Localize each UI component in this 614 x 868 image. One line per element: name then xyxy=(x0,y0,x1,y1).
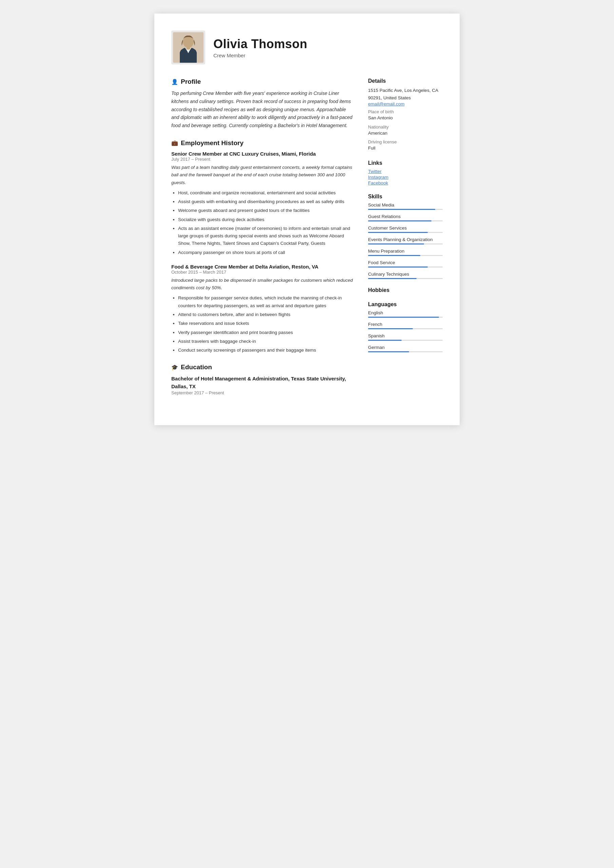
job-dates-1: July 2017 – Present xyxy=(171,157,354,162)
list-item: Assist travelers with baggage check-in xyxy=(178,338,354,345)
job-block-2: Food & Beverage Crew Member at Delta Avi… xyxy=(171,264,354,354)
details-address: 1515 Pacific Ave, Los Angeles, CA 90291,… xyxy=(368,87,443,101)
side-column: Details 1515 Pacific Ave, Los Angeles, C… xyxy=(368,78,443,405)
lang-name-2: Spanish xyxy=(368,333,443,338)
skill-name-5: Food Service xyxy=(368,260,443,265)
education-section-title: 🎓 Education xyxy=(171,363,354,371)
candidate-job-title: Crew Member xyxy=(213,53,307,58)
skill-bar-fill-4 xyxy=(368,255,420,256)
link-facebook[interactable]: Facebook xyxy=(368,180,443,186)
lang-item-2: Spanish xyxy=(368,333,443,341)
list-item: Acts as an assistant emcee (master of ce… xyxy=(178,225,354,248)
resume-container: Olivia Thomson Crew Member 👤 Profile Top… xyxy=(154,14,460,425)
details-section: Details 1515 Pacific Ave, Los Angeles, C… xyxy=(368,78,443,152)
candidate-name: Olivia Thomson xyxy=(213,37,307,51)
edu-degree-1: Bachelor of Hotel Management & Administr… xyxy=(171,375,354,390)
skill-bar-bg-3 xyxy=(368,243,443,245)
skills-section: Skills Social Media Guest Relations Cust… xyxy=(368,194,443,279)
lang-bar-bg-0 xyxy=(368,317,443,318)
employment-section: 💼 Employment History Senior Crew Member … xyxy=(171,140,354,354)
place-of-birth-label: Place of birth xyxy=(368,109,443,114)
lang-name-0: English xyxy=(368,310,443,315)
driving-license: Full xyxy=(368,144,443,152)
lang-bar-bg-1 xyxy=(368,328,443,329)
education-section: 🎓 Education Bachelor of Hotel Management… xyxy=(171,363,354,395)
skill-bar-fill-3 xyxy=(368,243,424,245)
details-email[interactable]: email@email.com xyxy=(368,101,443,107)
skill-name-2: Customer Services xyxy=(368,225,443,231)
skill-item-4: Menu Preparation xyxy=(368,248,443,256)
main-column: 👤 Profile Top perfuming Crew Member with… xyxy=(171,78,354,405)
job-description-2: Introduced large packs to be dispensed i… xyxy=(171,277,354,292)
languages-section: Languages English French Spanish xyxy=(368,301,443,352)
skill-bar-bg-2 xyxy=(368,232,443,233)
languages-title: Languages xyxy=(368,301,443,307)
skills-title: Skills xyxy=(368,194,443,200)
profile-icon: 👤 xyxy=(171,79,178,85)
skill-bar-fill-2 xyxy=(368,232,428,233)
job-list-1: Host, coordinate and organize recreation… xyxy=(178,189,354,256)
lang-item-0: English xyxy=(368,310,443,318)
list-item: Accompany passenger on shore tours at po… xyxy=(178,249,354,256)
skill-item-0: Social Media xyxy=(368,202,443,210)
skill-item-1: Guest Relations xyxy=(368,214,443,222)
lang-bar-bg-2 xyxy=(368,340,443,341)
lang-item-1: French xyxy=(368,322,443,329)
skill-item-2: Customer Services xyxy=(368,225,443,233)
list-item: Host, coordinate and organize recreation… xyxy=(178,189,354,197)
skill-bar-bg-1 xyxy=(368,220,443,222)
skill-bar-fill-5 xyxy=(368,267,428,268)
skill-item-6: Culinary Techniques xyxy=(368,271,443,279)
driving-license-label: Driving license xyxy=(368,140,443,144)
body-layout: 👤 Profile Top perfuming Crew Member with… xyxy=(171,78,443,405)
employment-section-title: 💼 Employment History xyxy=(171,140,354,147)
list-item: Socialize with guests during deck activi… xyxy=(178,216,354,223)
list-item: Conduct security screenings of passenger… xyxy=(178,347,354,354)
list-item: Attend to customers before, after and in… xyxy=(178,311,354,318)
list-item: Welcome guests aboard and present guided… xyxy=(178,207,354,214)
nationality-label: Nationality xyxy=(368,124,443,130)
skill-name-1: Guest Relations xyxy=(368,214,443,219)
lang-name-1: French xyxy=(368,322,443,327)
lang-bar-fill-3 xyxy=(368,351,409,352)
edu-dates-1: September 2017 – Present xyxy=(171,390,354,395)
list-item: Responsible for passenger service duties… xyxy=(178,294,354,310)
job-title-2: Food & Beverage Crew Member at Delta Avi… xyxy=(171,264,354,270)
profile-section-title: 👤 Profile xyxy=(171,78,354,85)
link-twitter[interactable]: Twitter xyxy=(368,169,443,174)
skill-bar-bg-4 xyxy=(368,255,443,256)
education-icon: 🎓 xyxy=(171,364,178,370)
lang-name-3: German xyxy=(368,345,443,350)
links-section: Links Twitter Instagram Facebook xyxy=(368,160,443,186)
avatar xyxy=(171,31,205,64)
lang-bar-fill-0 xyxy=(368,317,439,318)
skill-name-6: Culinary Techniques xyxy=(368,271,443,277)
details-title: Details xyxy=(368,78,443,84)
list-item: Assist guests with embarking and disemba… xyxy=(178,198,354,206)
link-instagram[interactable]: Instagram xyxy=(368,175,443,180)
skill-item-3: Events Planning & Organization xyxy=(368,237,443,245)
skill-name-4: Menu Preparation xyxy=(368,248,443,254)
job-dates-2: October 2015 – March 2017 xyxy=(171,270,354,274)
skill-bar-fill-0 xyxy=(368,209,435,210)
lang-bar-fill-1 xyxy=(368,328,413,329)
skill-name-0: Social Media xyxy=(368,202,443,208)
nationality: American xyxy=(368,130,443,137)
list-item: Verify passenger identification and prin… xyxy=(178,329,354,336)
list-item: Take reservations and issue tickets xyxy=(178,320,354,327)
skill-bar-bg-5 xyxy=(368,267,443,268)
header-text: Olivia Thomson Crew Member xyxy=(213,37,307,58)
profile-text: Top perfuming Crew Member with five year… xyxy=(171,90,354,130)
job-title-1: Senior Crew Member at CNC Luxury Cruises… xyxy=(171,151,354,157)
job-block-1: Senior Crew Member at CNC Luxury Cruises… xyxy=(171,151,354,256)
lang-item-3: German xyxy=(368,345,443,352)
edu-block-1: Bachelor of Hotel Management & Administr… xyxy=(171,375,354,395)
links-title: Links xyxy=(368,160,443,166)
job-list-2: Responsible for passenger service duties… xyxy=(178,294,354,354)
header-section: Olivia Thomson Crew Member xyxy=(171,31,443,64)
job-description-1: Was part of a team handling daily guest … xyxy=(171,164,354,186)
skill-bar-bg-0 xyxy=(368,209,443,210)
place-of-birth: San Antonio xyxy=(368,114,443,122)
hobbies-section: Hobbies xyxy=(368,287,443,293)
lang-bar-fill-2 xyxy=(368,340,402,341)
